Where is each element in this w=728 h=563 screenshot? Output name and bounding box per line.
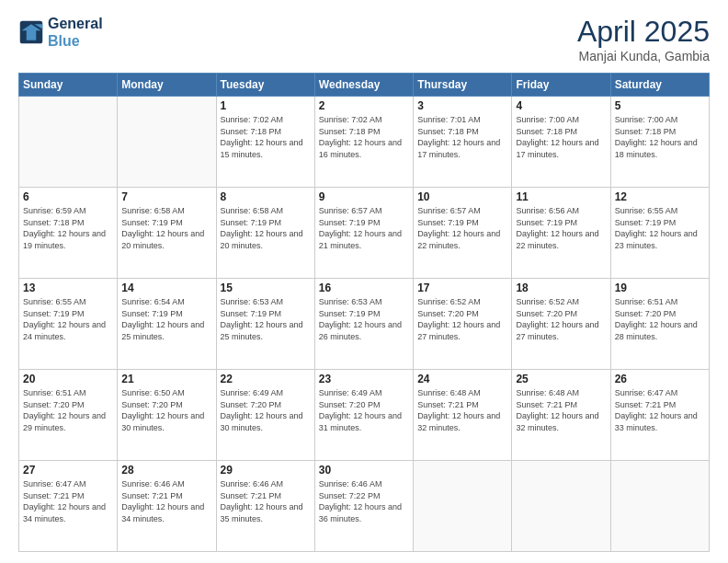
calendar-cell: 14Sunrise: 6:54 AM Sunset: 7:19 PM Dayli… bbox=[118, 279, 216, 370]
day-number: 16 bbox=[319, 282, 409, 294]
day-info: Sunrise: 6:49 AM Sunset: 7:20 PM Dayligh… bbox=[319, 387, 409, 433]
day-info: Sunrise: 6:58 AM Sunset: 7:19 PM Dayligh… bbox=[121, 205, 211, 251]
calendar-cell bbox=[118, 97, 216, 188]
day-number: 28 bbox=[121, 464, 211, 477]
day-info: Sunrise: 6:51 AM Sunset: 7:20 PM Dayligh… bbox=[615, 296, 705, 342]
day-number: 17 bbox=[417, 282, 507, 294]
calendar-cell: 8Sunrise: 6:58 AM Sunset: 7:19 PM Daylig… bbox=[216, 188, 314, 279]
calendar-cell: 17Sunrise: 6:52 AM Sunset: 7:20 PM Dayli… bbox=[414, 279, 512, 370]
day-number: 15 bbox=[221, 282, 311, 294]
calendar-cell: 28Sunrise: 6:46 AM Sunset: 7:21 PM Dayli… bbox=[118, 461, 216, 552]
calendar-cell: 29Sunrise: 6:46 AM Sunset: 7:21 PM Dayli… bbox=[216, 461, 314, 552]
day-number: 13 bbox=[23, 282, 113, 294]
calendar-cell: 2Sunrise: 7:02 AM Sunset: 7:18 PM Daylig… bbox=[314, 97, 413, 188]
day-info: Sunrise: 7:00 AM Sunset: 7:18 PM Dayligh… bbox=[516, 114, 606, 160]
day-number: 7 bbox=[121, 190, 211, 203]
page: General Blue April 2025 Manjai Kunda, Ga… bbox=[0, 0, 728, 563]
day-info: Sunrise: 6:47 AM Sunset: 7:21 PM Dayligh… bbox=[23, 478, 113, 524]
calendar-cell: 27Sunrise: 6:47 AM Sunset: 7:21 PM Dayli… bbox=[19, 461, 118, 552]
day-info: Sunrise: 6:53 AM Sunset: 7:19 PM Dayligh… bbox=[221, 296, 311, 342]
day-info: Sunrise: 7:01 AM Sunset: 7:18 PM Dayligh… bbox=[417, 114, 507, 160]
logo-text: General Blue bbox=[48, 15, 103, 50]
col-header-saturday: Saturday bbox=[610, 74, 709, 97]
calendar-cell bbox=[414, 461, 512, 552]
day-number: 9 bbox=[319, 190, 409, 203]
calendar-week-0: 1Sunrise: 7:02 AM Sunset: 7:18 PM Daylig… bbox=[19, 97, 710, 188]
day-info: Sunrise: 6:49 AM Sunset: 7:20 PM Dayligh… bbox=[221, 387, 311, 433]
calendar-cell: 15Sunrise: 6:53 AM Sunset: 7:19 PM Dayli… bbox=[216, 279, 314, 370]
calendar-cell bbox=[610, 461, 709, 552]
day-number: 1 bbox=[221, 99, 311, 112]
calendar-cell: 18Sunrise: 6:52 AM Sunset: 7:20 PM Dayli… bbox=[512, 279, 610, 370]
calendar-cell: 12Sunrise: 6:55 AM Sunset: 7:19 PM Dayli… bbox=[610, 188, 709, 279]
day-number: 18 bbox=[516, 282, 606, 294]
col-header-friday: Friday bbox=[512, 74, 610, 97]
calendar-cell: 10Sunrise: 6:57 AM Sunset: 7:19 PM Dayli… bbox=[414, 188, 512, 279]
day-number: 2 bbox=[319, 99, 409, 112]
calendar-week-2: 13Sunrise: 6:55 AM Sunset: 7:19 PM Dayli… bbox=[19, 279, 710, 370]
day-number: 23 bbox=[319, 373, 409, 385]
calendar-cell: 25Sunrise: 6:48 AM Sunset: 7:21 PM Dayli… bbox=[512, 370, 610, 461]
day-number: 20 bbox=[23, 373, 113, 385]
day-info: Sunrise: 6:46 AM Sunset: 7:21 PM Dayligh… bbox=[121, 478, 211, 524]
day-number: 22 bbox=[221, 373, 311, 385]
day-number: 14 bbox=[121, 282, 211, 294]
calendar: SundayMondayTuesdayWednesdayThursdayFrid… bbox=[18, 73, 710, 552]
day-info: Sunrise: 6:55 AM Sunset: 7:19 PM Dayligh… bbox=[615, 205, 705, 251]
header: General Blue April 2025 Manjai Kunda, Ga… bbox=[18, 15, 710, 63]
col-header-monday: Monday bbox=[118, 74, 216, 97]
col-header-thursday: Thursday bbox=[414, 74, 512, 97]
day-info: Sunrise: 6:50 AM Sunset: 7:20 PM Dayligh… bbox=[121, 387, 211, 433]
calendar-cell: 13Sunrise: 6:55 AM Sunset: 7:19 PM Dayli… bbox=[19, 279, 118, 370]
calendar-cell: 3Sunrise: 7:01 AM Sunset: 7:18 PM Daylig… bbox=[414, 97, 512, 188]
day-number: 21 bbox=[121, 373, 211, 385]
calendar-cell: 9Sunrise: 6:57 AM Sunset: 7:19 PM Daylig… bbox=[314, 188, 413, 279]
day-number: 27 bbox=[23, 464, 113, 477]
day-number: 26 bbox=[615, 373, 705, 385]
logo: General Blue bbox=[18, 15, 103, 50]
col-header-sunday: Sunday bbox=[19, 74, 118, 97]
day-info: Sunrise: 7:02 AM Sunset: 7:18 PM Dayligh… bbox=[319, 114, 409, 160]
calendar-cell: 6Sunrise: 6:59 AM Sunset: 7:18 PM Daylig… bbox=[19, 188, 118, 279]
calendar-week-4: 27Sunrise: 6:47 AM Sunset: 7:21 PM Dayli… bbox=[19, 461, 710, 552]
title-block: April 2025 Manjai Kunda, Gambia bbox=[577, 15, 710, 63]
calendar-week-1: 6Sunrise: 6:59 AM Sunset: 7:18 PM Daylig… bbox=[19, 188, 710, 279]
calendar-cell: 4Sunrise: 7:00 AM Sunset: 7:18 PM Daylig… bbox=[512, 97, 610, 188]
day-info: Sunrise: 6:46 AM Sunset: 7:21 PM Dayligh… bbox=[221, 478, 311, 524]
calendar-cell: 22Sunrise: 6:49 AM Sunset: 7:20 PM Dayli… bbox=[216, 370, 314, 461]
day-number: 5 bbox=[615, 99, 705, 112]
day-info: Sunrise: 6:53 AM Sunset: 7:19 PM Dayligh… bbox=[319, 296, 409, 342]
day-info: Sunrise: 7:00 AM Sunset: 7:18 PM Dayligh… bbox=[615, 114, 705, 160]
main-title: April 2025 bbox=[577, 15, 710, 49]
day-info: Sunrise: 6:59 AM Sunset: 7:18 PM Dayligh… bbox=[23, 205, 113, 251]
calendar-cell bbox=[19, 97, 118, 188]
calendar-cell bbox=[512, 461, 610, 552]
subtitle: Manjai Kunda, Gambia bbox=[577, 49, 710, 63]
calendar-cell: 24Sunrise: 6:48 AM Sunset: 7:21 PM Dayli… bbox=[414, 370, 512, 461]
day-number: 8 bbox=[221, 190, 311, 203]
logo-icon bbox=[18, 19, 44, 45]
calendar-cell: 30Sunrise: 6:46 AM Sunset: 7:22 PM Dayli… bbox=[314, 461, 413, 552]
day-info: Sunrise: 6:56 AM Sunset: 7:19 PM Dayligh… bbox=[516, 205, 606, 251]
calendar-cell: 16Sunrise: 6:53 AM Sunset: 7:19 PM Dayli… bbox=[314, 279, 413, 370]
calendar-cell: 26Sunrise: 6:47 AM Sunset: 7:21 PM Dayli… bbox=[610, 370, 709, 461]
day-info: Sunrise: 6:57 AM Sunset: 7:19 PM Dayligh… bbox=[417, 205, 507, 251]
day-number: 11 bbox=[516, 190, 606, 203]
calendar-cell: 23Sunrise: 6:49 AM Sunset: 7:20 PM Dayli… bbox=[314, 370, 413, 461]
day-number: 25 bbox=[516, 373, 606, 385]
calendar-cell: 7Sunrise: 6:58 AM Sunset: 7:19 PM Daylig… bbox=[118, 188, 216, 279]
col-header-tuesday: Tuesday bbox=[216, 74, 314, 97]
day-number: 12 bbox=[615, 190, 705, 203]
day-info: Sunrise: 6:52 AM Sunset: 7:20 PM Dayligh… bbox=[516, 296, 606, 342]
day-info: Sunrise: 7:02 AM Sunset: 7:18 PM Dayligh… bbox=[221, 114, 311, 160]
calendar-header-row: SundayMondayTuesdayWednesdayThursdayFrid… bbox=[19, 74, 710, 97]
day-info: Sunrise: 6:48 AM Sunset: 7:21 PM Dayligh… bbox=[516, 387, 606, 433]
day-info: Sunrise: 6:47 AM Sunset: 7:21 PM Dayligh… bbox=[615, 387, 705, 433]
day-number: 10 bbox=[417, 190, 507, 203]
day-info: Sunrise: 6:58 AM Sunset: 7:19 PM Dayligh… bbox=[221, 205, 311, 251]
day-number: 24 bbox=[417, 373, 507, 385]
day-number: 19 bbox=[615, 282, 705, 294]
day-info: Sunrise: 6:55 AM Sunset: 7:19 PM Dayligh… bbox=[23, 296, 113, 342]
calendar-cell: 19Sunrise: 6:51 AM Sunset: 7:20 PM Dayli… bbox=[610, 279, 709, 370]
day-number: 30 bbox=[319, 464, 409, 477]
